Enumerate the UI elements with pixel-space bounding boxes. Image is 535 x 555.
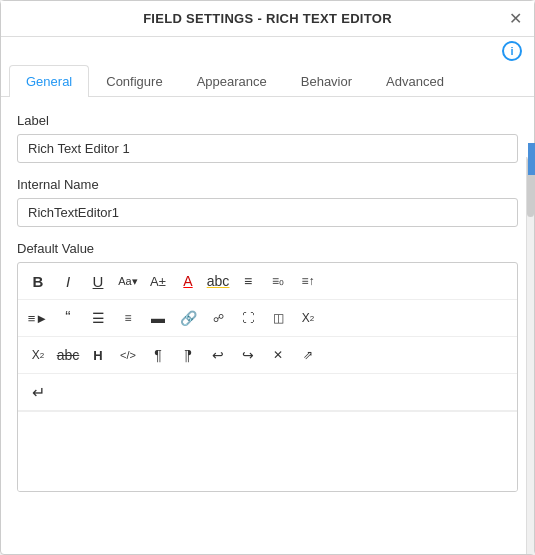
heading-button[interactable]: H [84, 341, 112, 369]
align-right-button[interactable]: ▬ [144, 304, 172, 332]
redo-button[interactable]: ↪ [234, 341, 262, 369]
tab-appearance[interactable]: Appearance [180, 65, 284, 97]
scrollbar-track [526, 157, 534, 554]
undo-button[interactable]: ↩ [204, 341, 232, 369]
internal-name-label: Internal Name [17, 177, 518, 192]
label-field-label: Label [17, 113, 518, 128]
strikethrough-button[interactable]: abc [54, 341, 82, 369]
remove-format-button[interactable]: ✕ [264, 341, 292, 369]
internal-name-input[interactable] [17, 198, 518, 227]
dialog-header: FIELD SETTINGS - RICH TEXT EDITOR ✕ [1, 1, 534, 37]
info-icon[interactable]: i [502, 41, 522, 61]
close-button[interactable]: ✕ [509, 11, 522, 27]
tabs-bar: General Configure Appearance Behavior Ad… [1, 65, 534, 97]
dialog-title: FIELD SETTINGS - RICH TEXT EDITOR [143, 11, 392, 26]
tab-general[interactable]: General [9, 65, 89, 97]
font-color-button[interactable]: A [174, 267, 202, 295]
font-size-adjust-button[interactable]: A± [144, 267, 172, 295]
field-settings-dialog: FIELD SETTINGS - RICH TEXT EDITOR ✕ i Ge… [0, 0, 535, 555]
tab-configure[interactable]: Configure [89, 65, 179, 97]
table-button[interactable]: ◫ [264, 304, 292, 332]
dialog-content: Label Internal Name Default Value B I U … [1, 97, 534, 554]
align-center-button[interactable]: ≡ [114, 304, 142, 332]
image-button[interactable]: ⛶ [234, 304, 262, 332]
app-data-chevron[interactable]: ‹ [528, 143, 535, 175]
rich-text-edit-area[interactable] [18, 411, 517, 491]
underline-button[interactable]: U [84, 267, 112, 295]
superscript-button[interactable]: X2 [294, 304, 322, 332]
indent-button[interactable]: ≡↑ [294, 267, 322, 295]
toolbar-row-1: B I U Aa▾ A± A abc ≡ ≡₀ ≡↑ [18, 263, 517, 300]
code-button[interactable]: </> [114, 341, 142, 369]
unordered-list-button[interactable]: ≡ [234, 267, 262, 295]
info-row: i [1, 37, 534, 65]
tab-behavior[interactable]: Behavior [284, 65, 369, 97]
bold-button[interactable]: B [24, 267, 52, 295]
toolbar-row-3: X2 abc H </> ¶ ¶ ↩ ↪ ✕ ⇗ [18, 337, 517, 374]
indent-right-button[interactable]: ≡► [24, 304, 52, 332]
subscript-button[interactable]: X2 [24, 341, 52, 369]
align-left-button[interactable]: ☰ [84, 304, 112, 332]
toolbar-row-2: ≡► “ ☰ ≡ ▬ 🔗 ☍ ⛶ ◫ X2 [18, 300, 517, 337]
default-value-label: Default Value [17, 241, 518, 256]
unlink-button[interactable]: ☍ [204, 304, 232, 332]
fullscreen-button[interactable]: ⇗ [294, 341, 322, 369]
ordered-list-button[interactable]: ≡₀ [264, 267, 292, 295]
rich-text-toolbar: B I U Aa▾ A± A abc ≡ ≡₀ ≡↑ ≡► “ ☰ ≡ ▬ 🔗 … [17, 262, 518, 492]
link-button[interactable]: 🔗 [174, 304, 202, 332]
paragraph-ltr-button[interactable]: ¶ [144, 341, 172, 369]
label-input[interactable] [17, 134, 518, 163]
tab-advanced[interactable]: Advanced [369, 65, 461, 97]
paragraph-rtl-button[interactable]: ¶ [174, 341, 202, 369]
special-char-button[interactable]: ↵ [24, 378, 52, 406]
blockquote-button[interactable]: “ [54, 304, 82, 332]
toolbar-row-4: ↵ [18, 374, 517, 411]
font-size-button[interactable]: Aa▾ [114, 267, 142, 295]
italic-button[interactable]: I [54, 267, 82, 295]
highlight-button[interactable]: abc [204, 267, 232, 295]
